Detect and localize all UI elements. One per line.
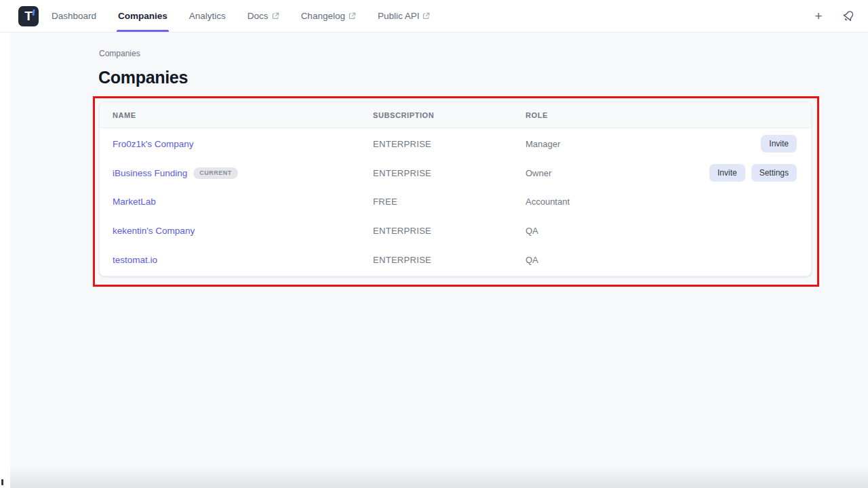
invite-button[interactable]: Invite <box>709 164 745 182</box>
nav-item-docs[interactable]: Docs <box>248 0 279 32</box>
column-header-name: NAME <box>113 111 373 119</box>
company-link[interactable]: Fro0z1k's Company <box>113 139 194 149</box>
table-row: Fro0z1k's Company ENTERPRISE Manager Inv… <box>100 129 811 159</box>
nav-item-label: Public API <box>378 11 420 21</box>
table-row: iBusiness Funding CURRENT ENTERPRISE Own… <box>100 159 811 188</box>
nav-item-dashboard[interactable]: Dashboard <box>52 0 96 32</box>
table-row: kekentin's Company ENTERPRISE QA <box>100 216 811 245</box>
add-button[interactable]: + <box>811 9 826 24</box>
nav-item-label: Changelog <box>301 11 345 21</box>
subscription-cell: ENTERPRISE <box>373 226 526 236</box>
invite-button[interactable]: Invite <box>761 135 797 152</box>
nav-item-label: Companies <box>118 11 167 21</box>
nav-item-companies[interactable]: Companies <box>118 0 167 32</box>
navbar-actions: + <box>811 9 856 24</box>
breadcrumb[interactable]: Companies <box>99 49 140 58</box>
plus-icon: + <box>814 9 822 22</box>
company-name-cell: testomat.io <box>113 255 373 265</box>
notifications-button[interactable] <box>841 9 856 24</box>
role-cell: QA <box>526 226 797 236</box>
company-name-cell: MarketLab <box>113 197 373 207</box>
company-link[interactable]: iBusiness Funding <box>113 168 187 178</box>
company-link[interactable]: MarketLab <box>113 197 156 207</box>
company-name-cell: iBusiness Funding CURRENT <box>113 167 373 179</box>
page-title: Companies <box>98 68 188 87</box>
subscription-cell: ENTERPRISE <box>373 168 526 178</box>
app-logo[interactable]: T <box>18 6 39 26</box>
role-cell: Owner <box>526 168 709 178</box>
nav-item-changelog[interactable]: Changelog <box>301 0 356 32</box>
company-name-cell: Fro0z1k's Company <box>113 139 373 149</box>
external-link-icon <box>422 12 430 20</box>
role-cell: QA <box>526 255 797 265</box>
role-cell: Accountant <box>526 197 797 207</box>
bell-icon <box>840 8 856 24</box>
table-row: MarketLab FREE Accountant <box>100 188 811 217</box>
table-body: Fro0z1k's Company ENTERPRISE Manager Inv… <box>100 128 811 276</box>
text-cursor-artifact <box>1 479 3 485</box>
external-link-icon <box>272 12 279 20</box>
top-navbar: T Dashboard Companies Analytics Docs Cha… <box>0 0 868 33</box>
actions-cell: Invite <box>761 135 797 152</box>
main-nav: Dashboard Companies Analytics Docs Chang… <box>52 0 452 32</box>
nav-item-public-api[interactable]: Public API <box>378 0 431 32</box>
actions-cell: Invite Settings <box>709 164 797 182</box>
nav-item-label: Analytics <box>189 11 226 21</box>
subscription-cell: ENTERPRISE <box>373 255 526 265</box>
nav-item-analytics[interactable]: Analytics <box>189 0 226 32</box>
table-header-row: NAME SUBSCRIPTION ROLE <box>100 102 811 128</box>
subscription-cell: ENTERPRISE <box>373 139 526 149</box>
subscription-cell: FREE <box>373 197 526 207</box>
settings-button[interactable]: Settings <box>751 164 797 182</box>
role-cell: Manager <box>526 139 761 149</box>
column-header-subscription: SUBSCRIPTION <box>373 111 526 119</box>
app-logo-letter: T <box>24 9 33 22</box>
companies-table: NAME SUBSCRIPTION ROLE Fro0z1k's Company… <box>99 102 812 277</box>
current-badge: CURRENT <box>193 167 238 179</box>
table-row: testomat.io ENTERPRISE QA <box>100 245 811 274</box>
external-link-icon <box>349 12 356 20</box>
company-name-cell: kekentin's Company <box>113 226 373 236</box>
column-header-role: ROLE <box>526 111 797 119</box>
logo-accent-tick <box>32 9 35 15</box>
nav-item-label: Dashboard <box>52 11 96 21</box>
company-link[interactable]: kekentin's Company <box>113 226 195 236</box>
content-area: Companies Companies NAME SUBSCRIPTION RO… <box>10 33 868 488</box>
company-link[interactable]: testomat.io <box>113 255 157 265</box>
nav-item-label: Docs <box>248 11 269 21</box>
